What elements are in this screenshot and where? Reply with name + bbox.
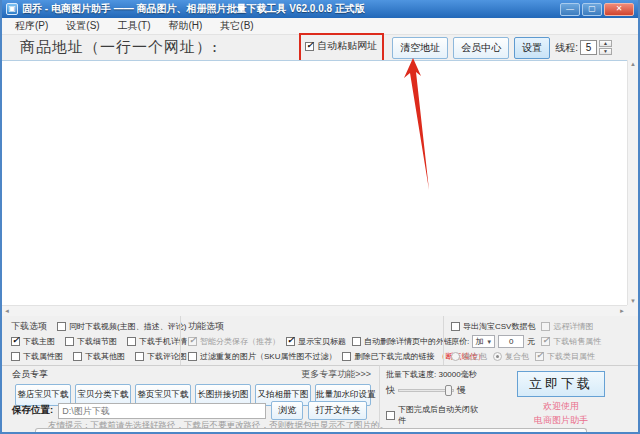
download-attr-image-checkbox[interactable]: 下载属性图	[11, 351, 63, 362]
feature-options-title: 功能选项	[188, 320, 224, 333]
scroll-right-icon[interactable]: ►	[618, 307, 626, 315]
remove-external-links-checkbox[interactable]: 自动删除详情页中的外链	[352, 336, 452, 347]
auto-paste-checkbox[interactable]: 自动粘贴网址	[305, 39, 377, 53]
export-options-group: 导出淘宝CSV数据包 远程详情图 原价: 加▼ 0 元 下载销售属性 独立包 复…	[443, 316, 638, 365]
download-options-group: 下载选项 同时下载视频(主图、描述、评论) 下载主图 下载细节图 下载手机详情 …	[2, 316, 180, 365]
save-path-input[interactable]: D:\图片下载	[58, 403, 266, 419]
thread-label: 线程:	[555, 41, 578, 55]
chevron-down-icon: ▼	[486, 339, 492, 345]
fast-label: 快	[386, 384, 395, 397]
maximize-button[interactable]: ▢	[582, 3, 602, 16]
spinner-down-icon[interactable]: ▼	[599, 48, 612, 55]
speed-label: 批量下载速度:	[386, 370, 436, 379]
menu-tools[interactable]: 工具(T)	[109, 19, 160, 33]
show-title-checkbox[interactable]: 显示宝贝标题	[286, 336, 346, 347]
thread-count-input[interactable]: 5	[580, 40, 597, 55]
batch-download-section: 批量下载速度: 30000毫秒 快 慢 下图完成后自动关闭软件 下图完成后自动关…	[379, 365, 638, 427]
options-panel: 下载选项 同时下载视频(主图、描述、评论) 下载主图 下载细节图 下载手机详情 …	[2, 316, 638, 365]
member-center-button[interactable]: 会员中心	[453, 37, 509, 59]
menu-program[interactable]: 程序(P)	[6, 19, 57, 33]
welcome-text-line2: 电商图片助手	[534, 414, 588, 427]
log-panel-edge	[35, 428, 587, 434]
download-detail-image-checkbox[interactable]: 下载细节图	[65, 336, 117, 347]
scroll-up-icon[interactable]: ▲	[629, 60, 637, 68]
horizontal-scrollbar[interactable]: ◄ ►	[2, 305, 627, 316]
window-title: 固乔 - 电商图片助手 —— 商品图片、相册照片批量下载工具 V62.0.0.8…	[22, 2, 365, 16]
menu-other[interactable]: 其它(B)	[211, 19, 262, 33]
checkbox-icon	[305, 42, 314, 51]
filter-duplicate-checkbox[interactable]: 过滤重复的图片（SKU属性图不过滤）	[188, 351, 336, 362]
speed-slider[interactable]	[398, 389, 454, 392]
scrollbar-corner	[627, 305, 638, 316]
menu-settings[interactable]: 设置(S)	[57, 19, 108, 33]
smart-save-checkbox[interactable]: 智能分类保存（推荐）	[188, 336, 280, 347]
price-value-input[interactable]: 0	[498, 335, 524, 348]
address-toolbar: 商品地址（一行一个网址）: 自动粘贴网址 清空地址 会员中心 设置 线程: 5 …	[2, 35, 638, 60]
multi-pack-radio[interactable]: 复合包	[493, 351, 529, 362]
more-features-link[interactable]: 更多专享功能>>>	[301, 368, 371, 381]
auto-paste-label: 自动粘贴网址	[317, 39, 377, 53]
close-button[interactable]: ✕	[604, 3, 634, 16]
welcome-text-line1: 欢迎使用	[543, 400, 579, 413]
browse-button[interactable]: 浏览	[271, 401, 303, 420]
download-other-image-checkbox[interactable]: 下载其他图	[73, 351, 125, 362]
download-main-image-checkbox[interactable]: 下载主图	[11, 336, 55, 347]
slider-thumb[interactable]	[445, 385, 452, 396]
title-bar: ▣ 固乔 - 电商图片助手 —— 商品图片、相册照片批量下载工具 V62.0.0…	[2, 0, 638, 18]
menu-help[interactable]: 帮助(H)	[159, 19, 211, 33]
save-path-label: 保存位置:	[12, 404, 53, 417]
download-now-button[interactable]: 立即下载	[517, 371, 605, 397]
scroll-down-icon[interactable]: ▼	[629, 297, 637, 305]
feature-options-group: 功能选项 智能分类保存（推荐） 显示宝贝标题 自动删除详情页中的外链 过滤重复的…	[180, 316, 443, 365]
download-options-title: 下载选项	[11, 320, 47, 333]
price-op-select[interactable]: 加▼	[472, 335, 495, 348]
category-attr-checkbox[interactable]: 下载类目属性	[535, 351, 595, 362]
download-mobile-detail-checkbox[interactable]: 下载手机详情	[127, 336, 187, 347]
speed-value: 30000毫秒	[438, 370, 476, 379]
member-exclusive-section: 会员专享 更多专享功能>>> 整店宝贝下载 宝贝分类下载 整页宝贝下载 长图拼接…	[2, 365, 379, 400]
scroll-left-icon[interactable]: ◄	[3, 307, 11, 315]
app-icon: ▣	[6, 3, 18, 15]
single-pack-radio[interactable]: 独立包	[451, 351, 487, 362]
vertical-scrollbar[interactable]: ▲ ▼	[627, 60, 638, 305]
annotation-highlight-box: 自动粘贴网址	[299, 33, 384, 62]
download-video-checkbox[interactable]: 同时下载视频(主图、描述、评论)	[57, 321, 186, 332]
product-url-textarea[interactable]	[2, 60, 627, 305]
member-exclusive-title: 会员专享	[12, 368, 48, 381]
sales-attr-checkbox[interactable]: 下载销售属性	[541, 336, 601, 347]
app-window: ▣ 固乔 - 电商图片助手 —— 商品图片、相册照片批量下载工具 V62.0.0…	[0, 0, 640, 434]
spinner-up-icon[interactable]: ▲	[599, 40, 612, 47]
minimize-button[interactable]: —	[560, 3, 580, 16]
remote-detail-checkbox[interactable]: 远程详情图	[541, 321, 593, 332]
address-label: 商品地址（一行一个网址）:	[20, 38, 218, 57]
clear-address-button[interactable]: 清空地址	[392, 37, 448, 59]
save-path-row: 保存位置: D:\图片下载 浏览 打开文件夹	[2, 401, 379, 420]
slow-label: 慢	[457, 384, 466, 397]
export-csv-checkbox[interactable]: 导出淘宝CSV数据包	[451, 321, 535, 332]
settings-button[interactable]: 设置	[514, 37, 550, 59]
close-app-checkbox[interactable]: 下图完成后自动关闭软件	[386, 404, 484, 426]
price-label: 原价:	[451, 336, 469, 347]
price-unit: 元	[527, 336, 535, 347]
open-folder-button[interactable]: 打开文件夹	[308, 401, 367, 420]
